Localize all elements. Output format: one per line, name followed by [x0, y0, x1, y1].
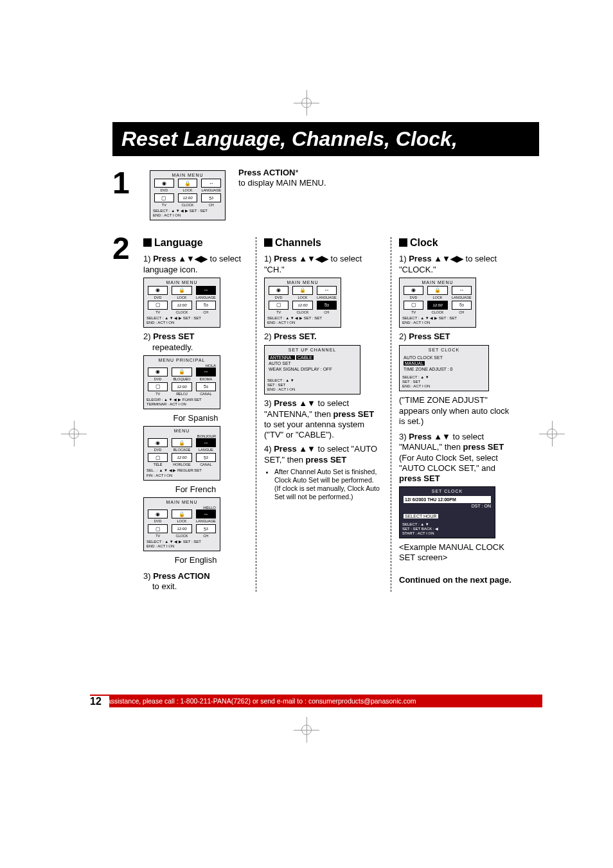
french-menu-screen: MENU BONJOUR ◉DVD 🔒BLOCAGE ↔LANGUE ▢TÉLÉ…: [143, 426, 220, 480]
channels-column: Channels 1) Press ▲▼◀▶ to select "CH." M…: [256, 237, 391, 592]
clock-icon: 12:00: [178, 193, 198, 202]
screen-title: MAIN MENU: [153, 173, 222, 177]
manual-clock-screen: SET CLOCK 12/ 6/2003 THU 12:00PM DST : O…: [399, 486, 495, 538]
language-column: Language 1) Press ▲▼◀▶ to select languag…: [143, 237, 256, 592]
spanish-menu-screen: MENU PRINCIPAL HOLA ◉DVD 🔒BLOQUEO ↔IDIOM…: [143, 355, 220, 409]
language-heading: Language: [143, 237, 248, 249]
main-menu-screen-lang: MAIN MENU ◉DVD 🔒LOCK ↔LANGUAGE ▢TV 12:00…: [143, 278, 220, 328]
page-number: 12: [90, 696, 109, 707]
crop-mark-left: [61, 421, 87, 447]
main-menu-screen-clock: MAIN MENU ◉DVD 🔒LOCK ↔LANGUAGE ▢TV 12:00…: [399, 278, 476, 328]
language-icon: ↔: [201, 179, 221, 188]
crop-mark-bottom: [294, 717, 319, 743]
assistance-footer: For assistance, please call : 1-800-211-…: [90, 695, 542, 707]
step-1-instruction: Press ACTION* to display MAIN MENU.: [238, 168, 326, 189]
dvd-icon: ◉: [154, 179, 174, 188]
main-menu-screen-1: MAIN MENU ◉DVD 🔒LOCK ↔LANGUAGE ▢TV 12:00…: [150, 170, 226, 220]
main-menu-screen-ch: MAIN MENU ◉DVD 🔒LOCK ↔LANGUAGE ▢TV 12:00…: [264, 278, 341, 328]
page-title: Reset Language, Channels, Clock,: [112, 122, 539, 156]
crop-mark-top: [294, 90, 319, 116]
crop-mark-right: [539, 421, 565, 447]
step-2-number: 2: [112, 233, 143, 264]
clock-column: Clock 1) Press ▲▼◀▶ to select "CLOCK." M…: [391, 237, 522, 592]
clock-heading: Clock: [399, 237, 515, 249]
step-1: 1 MAIN MENU ◉DVD 🔒LOCK ↔LANGUAGE ▢TV 12:…: [112, 168, 539, 224]
ch-icon: 53: [201, 193, 221, 202]
lock-icon: 🔒: [178, 179, 198, 188]
setup-channel-screen: SET UP CHANNEL ANTENNA : CABLE AUTO SET …: [264, 345, 360, 395]
english-menu-screen: MAIN MENU HELLO ◉DVD 🔒LOCK ↔LANGUAGE ▢TV…: [143, 497, 220, 551]
step-1-number: 1: [112, 168, 143, 199]
channels-heading: Channels: [264, 237, 383, 249]
continued-note: Continued on the next page.: [399, 575, 515, 585]
tv-icon: ▢: [154, 193, 174, 202]
step-2: 2 Language 1) Press ▲▼◀▶ to select langu…: [112, 233, 539, 592]
channel-notes: After Channel Auto Set is finished, Cloc…: [264, 468, 383, 502]
set-clock-screen: SET CLOCK AUTO CLOCK SET MANUAL TIME ZON…: [399, 345, 489, 392]
